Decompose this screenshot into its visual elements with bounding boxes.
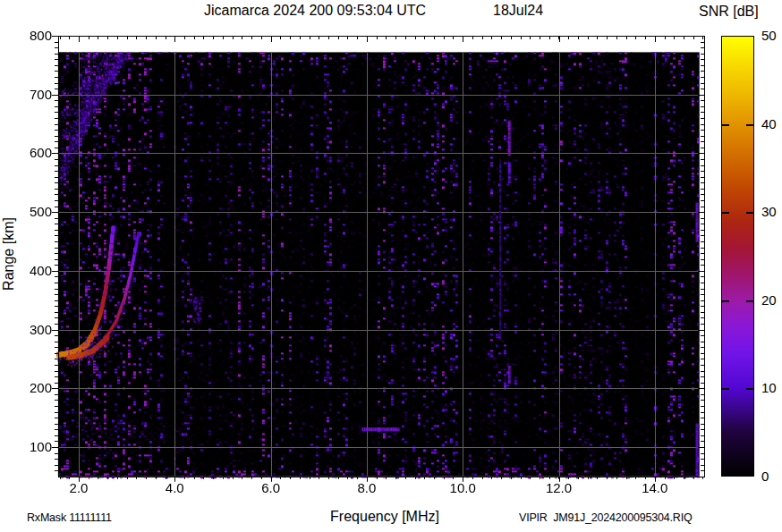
y-tick-label: 600: [14, 145, 52, 161]
colorbar-tickmark: [746, 212, 753, 214]
colorbar-tick-label: 10: [761, 380, 782, 396]
ionogram-figure: Jicamarca 2024 200 09:53:04 UTC 18Jul24 …: [0, 0, 782, 532]
colorbar-tick-label: 0: [761, 469, 782, 485]
colorbar-title: SNR [dB]: [699, 4, 759, 20]
y-tick-label: 400: [14, 263, 52, 279]
colorbar-tickmark: [746, 388, 753, 390]
y-tick-label: 800: [14, 28, 52, 44]
colorbar-tickmark: [722, 124, 729, 126]
x-tick-label: 10.0: [443, 480, 482, 496]
y-tick-label: 700: [14, 87, 52, 103]
colorbar-tickmark: [722, 388, 729, 390]
y-tick-label: 500: [14, 204, 52, 220]
colorbar-tick-label: 20: [761, 292, 782, 308]
filename-text: VIPIR JM91J_2024200095304.RIQ: [519, 511, 692, 524]
x-tick-label: 6.0: [251, 480, 291, 496]
colorbar-tick-label: 50: [761, 28, 782, 44]
x-axis-label: Frequency [MHz]: [295, 509, 474, 525]
colorbar-tick-label: 40: [761, 116, 782, 132]
x-tick-label: 4.0: [155, 480, 194, 496]
colorbar-tickmark: [722, 300, 729, 302]
page-title: Jicamarca 2024 200 09:53:04 UTC: [204, 3, 426, 19]
colorbar-tick-label: 30: [761, 204, 782, 220]
x-tick-label: 8.0: [347, 480, 387, 496]
colorbar-tickmark: [746, 300, 753, 302]
colorbar-tickmark: [746, 124, 753, 126]
colorbar-tickmark: [722, 212, 729, 214]
rxmask-text: RxMask 11111111: [27, 511, 112, 524]
x-tick-label: 2.0: [59, 480, 98, 496]
y-tick-label: 100: [14, 439, 52, 455]
ionogram-heatmap-canvas: [51, 29, 716, 487]
y-tick-label: 300: [14, 322, 52, 338]
snr-colorbar: [721, 36, 754, 477]
title-date: 18Jul24: [493, 3, 543, 19]
x-tick-label: 12.0: [540, 480, 579, 496]
y-tick-label: 200: [14, 380, 52, 396]
x-tick-label: 14.0: [635, 480, 675, 496]
